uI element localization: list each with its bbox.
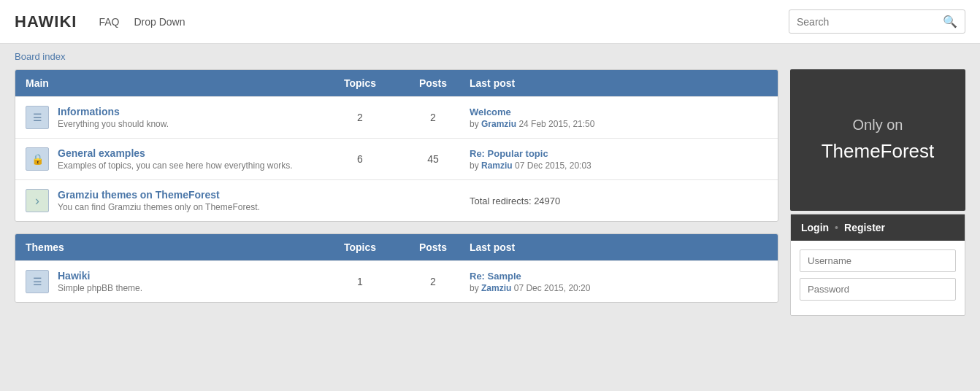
search-button[interactable]: 🔍	[935, 10, 965, 33]
nav-dropdown[interactable]: Drop Down	[134, 16, 185, 28]
table-row: ☰ Hawiki Simple phpBB theme. 1 2 Re: Sam…	[15, 260, 778, 302]
search-input[interactable]	[789, 12, 935, 32]
table-row: ☰ Informations Everything you should kno…	[15, 96, 778, 138]
forum-section-themes-header: Themes Topics Posts Last post	[15, 234, 778, 260]
forum-link-hawiki[interactable]: Hawiki	[58, 270, 90, 282]
right-panel: Only on ThemeForest Login • Register	[790, 69, 965, 316]
forum-link-informations[interactable]: Informations	[58, 106, 120, 117]
table-row: 🔒 General examples Examples of topics, y…	[15, 138, 778, 179]
nav-faq[interactable]: FAQ	[99, 16, 119, 28]
forum-title-col: ☰ Hawiki Simple phpBB theme.	[26, 270, 324, 293]
col-title-main: Main	[26, 77, 324, 89]
last-post-col: Welcome by Gramziu 24 Feb 2015, 21:50	[470, 107, 767, 129]
posts-count: 2	[397, 112, 470, 123]
forum-section-main-header: Main Topics Posts Last post	[15, 70, 778, 96]
forum-title-text: General examples Examples of topics, you…	[58, 147, 293, 171]
username-field[interactable]	[800, 249, 956, 272]
col-topics-main: Topics	[324, 77, 397, 89]
login-link[interactable]: Login	[801, 222, 829, 233]
header: HAWIKI FAQ Drop Down 🔍	[0, 0, 980, 44]
last-post-col: Re: Sample by Zamziu 07 Dec 2015, 20:20	[470, 271, 767, 293]
posts-count: 2	[397, 276, 470, 287]
login-body	[791, 241, 965, 315]
search-box: 🔍	[789, 9, 965, 34]
forum-desc: You can find Gramziu themes only on Them…	[58, 202, 260, 212]
register-link[interactable]: Register	[844, 222, 885, 233]
login-box: Login • Register	[790, 214, 965, 316]
forum-link-general[interactable]: General examples	[58, 147, 145, 159]
col-topics-themes: Topics	[324, 241, 397, 253]
forum-desc: Simple phpBB theme.	[58, 283, 142, 293]
redirects-count: Total redirects: 24970	[470, 196, 767, 206]
forum-desc: Everything you should know.	[58, 119, 169, 129]
promo-box: Only on ThemeForest	[790, 69, 965, 211]
last-post-date: 24 Feb 2015, 21:50	[518, 119, 594, 129]
topics-count: 1	[324, 276, 397, 287]
forum-desc: Examples of topics, you can see here how…	[58, 160, 293, 171]
last-post-link[interactable]: Re: Sample	[470, 271, 521, 282]
forum-link-gramziu[interactable]: Gramziu themes on ThemeForest	[58, 189, 220, 201]
left-panel: Main Topics Posts Last post ☰ Informatio…	[15, 69, 778, 316]
last-post-date: 07 Dec 2015, 20:03	[515, 160, 592, 171]
forum-section-main: Main Topics Posts Last post ☰ Informatio…	[15, 69, 778, 222]
forum-icon-page: ☰	[26, 106, 49, 129]
promo-line2: ThemeForest	[805, 136, 951, 167]
forum-section-themes: Themes Topics Posts Last post ☰ Hawiki S…	[15, 233, 778, 303]
site-logo: HAWIKI	[15, 12, 77, 31]
last-post-date: 07 Dec 2015, 20:20	[514, 283, 591, 293]
forum-icon-page: ☰	[26, 270, 49, 293]
login-separator: •	[835, 222, 838, 233]
last-post-user[interactable]: Gramziu	[481, 119, 516, 129]
forum-title-text: Gramziu themes on ThemeForest You can fi…	[58, 189, 260, 212]
forum-title-col: › Gramziu themes on ThemeForest You can …	[26, 189, 324, 212]
forum-title-col: 🔒 General examples Examples of topics, y…	[26, 147, 324, 171]
password-field[interactable]	[800, 278, 956, 301]
col-posts-themes: Posts	[397, 241, 470, 253]
forum-title-text: Informations Everything you should know.	[58, 106, 169, 129]
col-title-themes: Themes	[26, 241, 324, 253]
col-lastpost-themes: Last post	[470, 241, 767, 253]
promo-line1: Only on	[805, 113, 951, 136]
main-nav: FAQ Drop Down	[99, 16, 789, 28]
last-post-user[interactable]: Ramziu	[481, 160, 513, 171]
forum-icon-lock: 🔒	[26, 147, 49, 171]
last-post-col: Re: Popular topic by Ramziu 07 Dec 2015,…	[470, 148, 767, 171]
col-posts-main: Posts	[397, 77, 470, 89]
posts-count: 45	[397, 153, 470, 165]
table-row: › Gramziu themes on ThemeForest You can …	[15, 179, 778, 221]
breadcrumb-link[interactable]: Board index	[15, 51, 65, 62]
last-post-user[interactable]: Zamziu	[481, 283, 511, 293]
main-content: Main Topics Posts Last post ☰ Informatio…	[0, 69, 980, 330]
col-lastpost-main: Last post	[470, 77, 767, 89]
forum-title-col: ☰ Informations Everything you should kno…	[26, 106, 324, 129]
breadcrumb: Board index	[0, 44, 980, 69]
last-post-link[interactable]: Welcome	[470, 107, 511, 117]
forum-icon-arrow: ›	[26, 189, 49, 212]
topics-count: 6	[324, 153, 397, 165]
forum-title-text: Hawiki Simple phpBB theme.	[58, 270, 142, 293]
last-post-link[interactable]: Re: Popular topic	[470, 148, 548, 159]
topics-count: 2	[324, 112, 397, 123]
login-header: Login • Register	[791, 214, 965, 241]
